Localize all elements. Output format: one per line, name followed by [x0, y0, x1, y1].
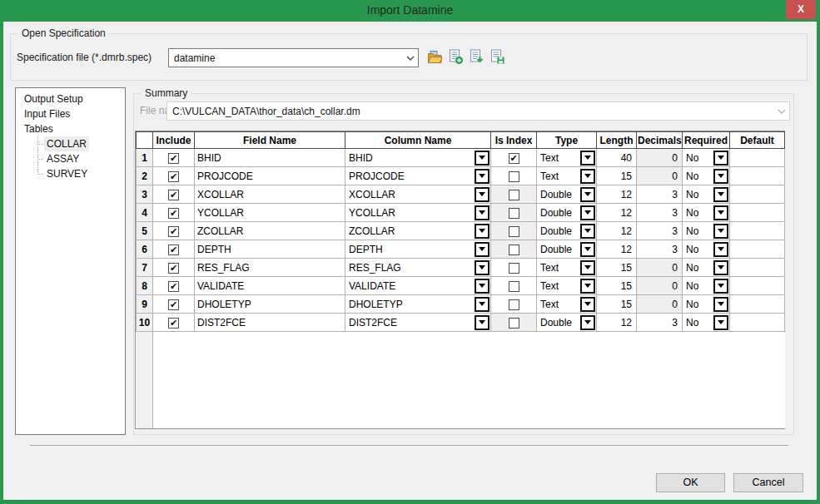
default-cell[interactable]: [730, 167, 785, 185]
tree-item-survey[interactable]: SURVEY: [16, 166, 125, 181]
required-cell[interactable]: No: [683, 295, 730, 314]
required-dropdown-button[interactable]: [713, 242, 728, 257]
field-name-cell[interactable]: PROJCODE: [195, 167, 345, 185]
column-name-cell[interactable]: DIST2FCE: [345, 314, 491, 332]
include-cell[interactable]: ✔: [153, 167, 195, 185]
length-cell[interactable]: 15: [597, 259, 637, 277]
type-cell[interactable]: Double: [537, 185, 597, 204]
include-checkbox[interactable]: ✔: [168, 318, 179, 329]
include-cell[interactable]: ✔: [153, 295, 195, 314]
include-cell[interactable]: ✔: [153, 314, 195, 332]
default-cell[interactable]: [730, 277, 785, 295]
column-name-cell[interactable]: YCOLLAR: [345, 204, 491, 222]
decimals-cell[interactable]: 3: [637, 314, 683, 332]
required-cell[interactable]: No: [683, 204, 730, 222]
is-index-checkbox[interactable]: [509, 171, 519, 182]
type-dropdown-button[interactable]: [580, 315, 595, 330]
include-cell[interactable]: ✔: [153, 277, 195, 295]
field-name-cell[interactable]: VALIDATE: [195, 277, 345, 295]
field-name-cell[interactable]: DHOLETYP: [195, 295, 345, 314]
type-cell[interactable]: Text: [537, 259, 597, 277]
specification-file-combobox[interactable]: datamine: [168, 48, 419, 67]
is-index-checkbox[interactable]: [509, 263, 519, 274]
include-checkbox[interactable]: ✔: [168, 208, 179, 219]
type-dropdown-button[interactable]: [580, 205, 595, 220]
field-name-cell[interactable]: RES_FLAG: [195, 259, 345, 277]
column-name-dropdown-button[interactable]: [475, 279, 490, 294]
type-dropdown-button[interactable]: [580, 151, 595, 166]
length-cell[interactable]: 12: [597, 222, 637, 240]
default-cell[interactable]: [730, 259, 785, 277]
include-checkbox[interactable]: ✔: [168, 245, 179, 255]
type-cell[interactable]: Double: [537, 222, 597, 240]
tree-item-tables[interactable]: Tables: [16, 121, 125, 136]
type-cell[interactable]: Text: [537, 149, 597, 167]
column-name-cell[interactable]: DHOLETYP: [345, 295, 491, 314]
type-cell[interactable]: Text: [537, 277, 597, 295]
default-cell[interactable]: [730, 295, 785, 314]
tree-item-assay[interactable]: ASSAY: [16, 151, 125, 166]
required-dropdown-button[interactable]: [713, 315, 728, 330]
required-cell[interactable]: No: [683, 277, 730, 295]
open-spec-folder-icon[interactable]: [427, 49, 443, 65]
type-dropdown-button[interactable]: [580, 297, 595, 312]
include-checkbox[interactable]: ✔: [168, 226, 179, 237]
type-cell[interactable]: Double: [537, 314, 597, 332]
decimals-cell[interactable]: 3: [637, 240, 683, 259]
tree-item-output-setup[interactable]: Output Setup: [16, 91, 125, 106]
column-name-dropdown-button[interactable]: [475, 297, 490, 312]
required-cell[interactable]: No: [683, 167, 730, 185]
field-name-cell[interactable]: DIST2FCE: [195, 314, 345, 332]
include-checkbox[interactable]: ✔: [168, 190, 179, 200]
is-index-cell[interactable]: ✔: [491, 149, 537, 167]
length-cell[interactable]: 15: [597, 167, 637, 185]
type-dropdown-button[interactable]: [580, 279, 595, 294]
type-cell[interactable]: Text: [537, 167, 597, 185]
required-dropdown-button[interactable]: [713, 260, 728, 275]
column-name-dropdown-button[interactable]: [475, 151, 490, 166]
required-cell[interactable]: No: [683, 185, 730, 204]
type-cell[interactable]: Double: [537, 204, 597, 222]
include-checkbox[interactable]: ✔: [168, 171, 179, 182]
column-name-cell[interactable]: BHID: [345, 149, 491, 167]
column-name-cell[interactable]: VALIDATE: [345, 277, 491, 295]
column-name-dropdown-button[interactable]: [475, 242, 490, 257]
close-button[interactable]: X: [786, 0, 816, 19]
required-cell[interactable]: No: [683, 259, 730, 277]
field-name-cell[interactable]: DEPTH: [195, 240, 345, 259]
include-cell[interactable]: ✔: [153, 240, 195, 259]
required-dropdown-button[interactable]: [713, 297, 728, 312]
column-name-cell[interactable]: RES_FLAG: [345, 259, 491, 277]
is-index-checkbox[interactable]: [509, 299, 519, 310]
column-name-cell[interactable]: ZCOLLAR: [345, 222, 491, 240]
column-name-cell[interactable]: DEPTH: [345, 240, 491, 259]
column-name-dropdown-button[interactable]: [475, 260, 490, 275]
field-name-cell[interactable]: BHID: [195, 149, 345, 167]
required-dropdown-button[interactable]: [713, 224, 728, 239]
required-dropdown-button[interactable]: [713, 279, 728, 294]
is-index-checkbox[interactable]: [509, 281, 519, 292]
column-name-dropdown-button[interactable]: [475, 187, 490, 202]
default-cell[interactable]: [730, 185, 785, 204]
save-spec-icon[interactable]: [490, 49, 505, 65]
titlebar[interactable]: Import Datamine X: [0, 0, 820, 22]
type-dropdown-button[interactable]: [580, 224, 595, 239]
include-cell[interactable]: ✔: [153, 222, 195, 240]
type-dropdown-button[interactable]: [580, 169, 595, 184]
decimals-cell[interactable]: 3: [637, 185, 683, 204]
required-dropdown-button[interactable]: [713, 169, 728, 184]
column-name-dropdown-button[interactable]: [475, 224, 490, 239]
required-dropdown-button[interactable]: [713, 151, 728, 166]
default-cell[interactable]: [730, 204, 785, 222]
include-checkbox[interactable]: ✔: [168, 263, 179, 274]
column-name-dropdown-button[interactable]: [475, 205, 490, 220]
include-cell[interactable]: ✔: [153, 204, 195, 222]
field-name-cell[interactable]: ZCOLLAR: [195, 222, 345, 240]
length-cell[interactable]: 12: [597, 185, 637, 204]
include-checkbox[interactable]: ✔: [168, 153, 179, 164]
is-index-cell[interactable]: [491, 295, 537, 314]
length-cell[interactable]: 12: [597, 204, 637, 222]
required-dropdown-button[interactable]: [713, 205, 728, 220]
is-index-checkbox[interactable]: ✔: [509, 153, 519, 164]
required-cell[interactable]: No: [683, 149, 730, 167]
